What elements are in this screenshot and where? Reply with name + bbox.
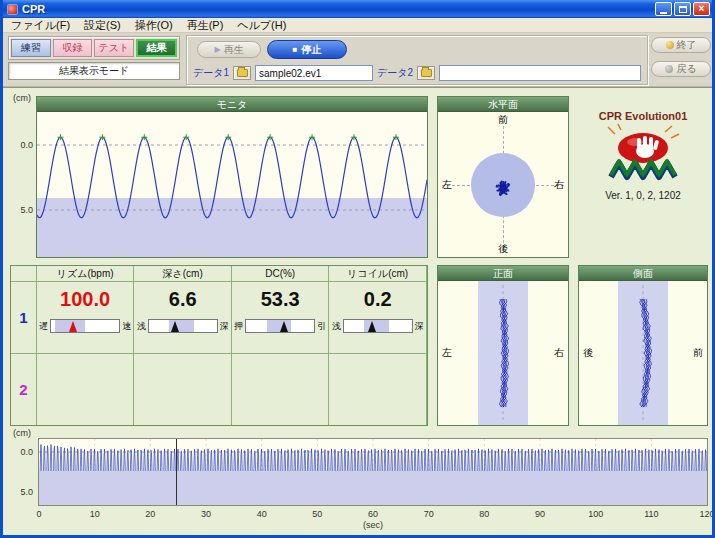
mode-status-label: 結果表示モード <box>8 62 180 80</box>
horizontal-plane-title: 水平面 <box>438 97 568 112</box>
side-trace <box>579 281 707 425</box>
timeline-xtick-100: 100 <box>581 509 611 519</box>
result-cell-depth: 6.6浅深 <box>134 282 232 353</box>
stop-button[interactable]: ■ 停止 <box>267 40 347 59</box>
column-header-recoil: リコイル(cm) <box>329 266 427 281</box>
close-button[interactable]: × <box>693 2 710 16</box>
timeline-unit-label: (cm) <box>13 428 31 438</box>
timeline-xtick-50: 50 <box>302 509 332 519</box>
play-button[interactable]: ▶ 再生 <box>197 41 261 58</box>
mode-button-record[interactable]: 収録 <box>53 39 93 57</box>
timeline-xtick-60: 60 <box>358 509 388 519</box>
window-controls: × <box>655 2 710 16</box>
app-window: CPR × ファイル(F)設定(S)操作(O)再生(P)ヘルプ(H) 練習収録テ… <box>0 0 715 538</box>
menu-settings[interactable]: 設定(S) <box>77 18 128 33</box>
meter-duty-cycle: 押引 <box>234 319 326 333</box>
timeline-xtick-120: 120 <box>692 509 712 519</box>
monitor-panel-title: モニタ <box>37 97 427 112</box>
meter-marker <box>368 321 376 332</box>
end-icon <box>666 41 674 49</box>
meter-depth: 浅深 <box>137 319 229 333</box>
side-label-front: 前 <box>693 346 703 360</box>
timeline-xtick-20: 20 <box>135 509 165 519</box>
results-row-2: 2 <box>11 354 427 425</box>
result-value-rhythm: 100.0 <box>60 288 110 311</box>
maximize-button[interactable] <box>674 2 691 16</box>
timeline-xtick-80: 80 <box>469 509 499 519</box>
timeline-xtick-30: 30 <box>191 509 221 519</box>
logo-area: CPR Evolution01 Ver. 1, 0, 2, 1 <box>575 110 711 201</box>
row-label-2: 2 <box>11 354 37 425</box>
monitor-ytick-0: 0.0 <box>13 140 33 150</box>
side-label-back: 後 <box>583 346 593 360</box>
timeline-xtick-10: 10 <box>80 509 110 519</box>
monitor-waveform <box>37 112 427 257</box>
side-view-title: 側面 <box>579 266 707 281</box>
timeline-xtick-70: 70 <box>414 509 444 519</box>
monitor-unit-label: (cm) <box>13 93 31 103</box>
monitor-panel: モニタ <box>36 96 428 258</box>
data1-label: データ1 <box>193 66 229 80</box>
front-view-title: 正面 <box>438 266 568 281</box>
data2-browse-button[interactable] <box>417 66 435 80</box>
mode-group: 練習収録テスト結果 結果表示モード <box>8 36 180 80</box>
data1-input[interactable] <box>255 65 373 81</box>
menu-file[interactable]: ファイル(F) <box>4 18 77 33</box>
meter-marker <box>171 321 179 332</box>
horizontal-plane-panel: 水平面 前 後 左 右 <box>437 96 569 258</box>
timeline-xtick-0: 0 <box>24 509 54 519</box>
monitor-chart <box>37 112 427 257</box>
results-row-1: 1100.0遅速6.6浅深53.3押引0.2浅深 <box>11 282 427 354</box>
result-value-depth: 6.6 <box>169 288 197 311</box>
folder-icon <box>237 69 248 77</box>
result-cell-recoil: 0.2浅深 <box>329 282 427 353</box>
column-header-depth: 深さ(cm) <box>134 266 232 281</box>
end-button-label: 終了 <box>677 38 697 52</box>
timeline-ytick-0: 0.0 <box>13 447 33 457</box>
mode-button-result[interactable]: 結果 <box>136 39 178 57</box>
minimize-icon <box>660 12 667 14</box>
timeline-target-zone <box>39 471 707 505</box>
back-button[interactable]: 戻る <box>651 61 711 77</box>
mode-button-practice[interactable]: 練習 <box>11 39 51 57</box>
minimize-button[interactable] <box>655 2 672 16</box>
data-file-row: データ1 データ2 <box>193 65 641 81</box>
timeline-cursor[interactable] <box>176 439 177 505</box>
meter-bar <box>148 319 218 333</box>
folder-icon <box>421 69 432 77</box>
exit-group: 終了 戻る <box>651 37 711 77</box>
meter-rhythm: 遅速 <box>39 319 131 333</box>
menu-help[interactable]: ヘルプ(H) <box>230 18 293 33</box>
mode-button-row: 練習収録テスト結果 <box>8 36 180 60</box>
horizontal-plane-chart: 前 後 左 右 <box>438 112 568 257</box>
logo-version: Ver. 1, 0, 2, 1202 <box>575 190 711 201</box>
result-cell-rhythm: 100.0遅速 <box>37 282 135 353</box>
playback-group: ▶ 再生 ■ 停止 データ1 データ2 <box>186 35 648 85</box>
position-scatter <box>438 112 568 257</box>
timeline-xtick-110: 110 <box>636 509 666 519</box>
back-button-label: 戻る <box>676 62 696 76</box>
menubar: ファイル(F)設定(S)操作(O)再生(P)ヘルプ(H) <box>3 18 712 33</box>
menu-operation[interactable]: 操作(O) <box>128 18 180 33</box>
maximize-icon <box>679 6 687 13</box>
main-area: (cm) 0.0 5.0 モニタ 水平面 前 後 左 右 CPR <box>3 87 712 535</box>
meter-left-label: 押 <box>234 320 243 333</box>
result-cell-duty-cycle: 53.3押引 <box>232 282 330 353</box>
end-button[interactable]: 終了 <box>651 37 711 53</box>
timeline-chart <box>38 438 708 506</box>
label-left: 左 <box>442 178 452 192</box>
menu-playback[interactable]: 再生(P) <box>180 18 231 33</box>
data2-input[interactable] <box>439 65 641 81</box>
back-icon <box>665 65 673 73</box>
result-cell-empty-recoil <box>329 354 427 425</box>
result-cell-empty-rhythm <box>37 354 135 425</box>
result-cell-empty-duty-cycle <box>232 354 330 425</box>
titlebar[interactable]: CPR × <box>3 0 712 18</box>
meter-right-label: 速 <box>122 320 131 333</box>
timeline-xtick-40: 40 <box>247 509 277 519</box>
mode-button-test[interactable]: テスト <box>94 39 134 57</box>
data1-browse-button[interactable] <box>233 66 251 80</box>
meter-left-label: 遅 <box>39 320 48 333</box>
stop-button-label: 停止 <box>301 43 321 57</box>
label-back: 後 <box>498 242 508 256</box>
